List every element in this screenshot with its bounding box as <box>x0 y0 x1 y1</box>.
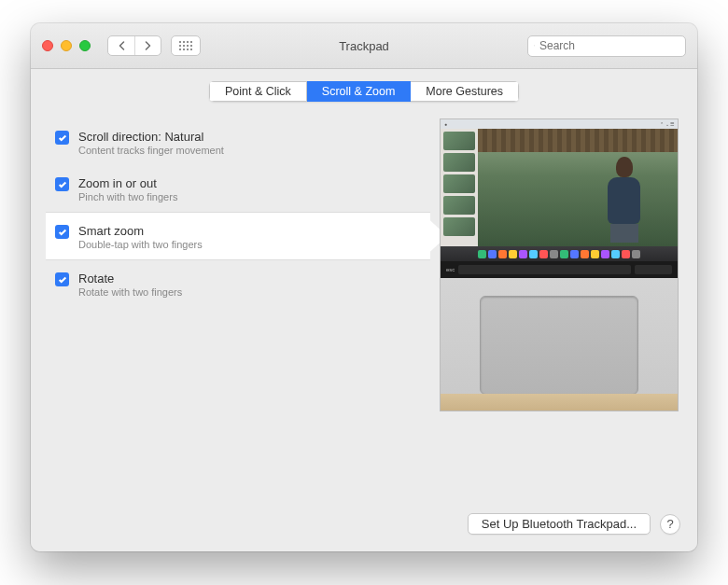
checkbox[interactable] <box>55 131 69 145</box>
gesture-preview: ●⌃ ⌄ ☰ esc <box>440 118 679 411</box>
option-desc: Content tracks finger movement <box>78 145 224 156</box>
help-button[interactable]: ? <box>660 514 680 535</box>
option-text: Scroll direction: Natural Content tracks… <box>78 130 224 156</box>
option-rotate[interactable]: Rotate Rotate with two fingers <box>46 260 430 307</box>
option-smart-zoom[interactable]: Smart zoom Double-tap with two fingers <box>46 212 430 260</box>
preview-touchbar: esc <box>441 261 678 278</box>
option-text: Smart zoom Double-tap with two fingers <box>78 224 203 250</box>
body: Scroll direction: Natural Content tracks… <box>31 102 697 513</box>
close-button[interactable] <box>42 40 53 51</box>
minimize-button[interactable] <box>61 40 72 51</box>
show-all-button[interactable] <box>171 35 201 56</box>
option-desc: Rotate with two fingers <box>78 286 182 298</box>
option-label: Smart zoom <box>78 224 203 238</box>
option-label: Rotate <box>78 272 182 286</box>
checkbox[interactable] <box>55 225 69 239</box>
zoom-button[interactable] <box>79 40 91 51</box>
checkbox[interactable] <box>55 272 69 286</box>
footer: Set Up Bluetooth Trackpad... ? <box>31 513 697 551</box>
search-input[interactable] <box>539 39 679 52</box>
preview-photo <box>478 129 678 246</box>
preview-menubar: ●⌃ ⌄ ☰ <box>441 119 678 129</box>
toolbar: Trackpad <box>31 23 697 69</box>
nav-buttons <box>107 35 161 56</box>
tabs-row: Point & Click Scroll & Zoom More Gesture… <box>31 69 697 102</box>
option-desc: Double-tap with two fingers <box>78 239 203 250</box>
preview-laptop-body <box>441 278 678 411</box>
option-zoom[interactable]: Zoom in or out Pinch with two fingers <box>46 165 430 212</box>
tab-more-gestures[interactable]: More Gestures <box>411 81 519 102</box>
option-text: Zoom in or out Pinch with two fingers <box>78 176 177 202</box>
setup-bluetooth-button[interactable]: Set Up Bluetooth Trackpad... <box>468 513 651 535</box>
grid-icon <box>179 41 192 50</box>
option-label: Scroll direction: Natural <box>78 130 224 144</box>
segmented-control: Point & Click Scroll & Zoom More Gesture… <box>209 81 519 102</box>
option-text: Rotate Rotate with two fingers <box>78 272 182 298</box>
search-icon <box>534 40 535 51</box>
tab-scroll-zoom[interactable]: Scroll & Zoom <box>307 81 412 102</box>
preview-sidebar <box>441 129 478 246</box>
content-area: Point & Click Scroll & Zoom More Gesture… <box>31 69 697 551</box>
option-desc: Pinch with two fingers <box>78 191 177 202</box>
forward-button[interactable] <box>134 36 161 55</box>
preview-trackpad <box>480 296 638 395</box>
checkbox[interactable] <box>55 177 69 191</box>
option-scroll-direction[interactable]: Scroll direction: Natural Content tracks… <box>46 118 430 165</box>
search-field[interactable] <box>527 35 686 57</box>
tab-point-click[interactable]: Point & Click <box>209 81 307 102</box>
preferences-window: Trackpad Point & Click Scroll & Zoom Mor… <box>31 23 697 551</box>
options-list: Scroll direction: Natural Content tracks… <box>46 118 430 513</box>
option-label: Zoom in or out <box>78 176 177 190</box>
back-button[interactable] <box>108 36 134 55</box>
preview-dock <box>441 246 678 261</box>
window-controls <box>42 40 91 51</box>
preview-screen <box>441 129 678 246</box>
